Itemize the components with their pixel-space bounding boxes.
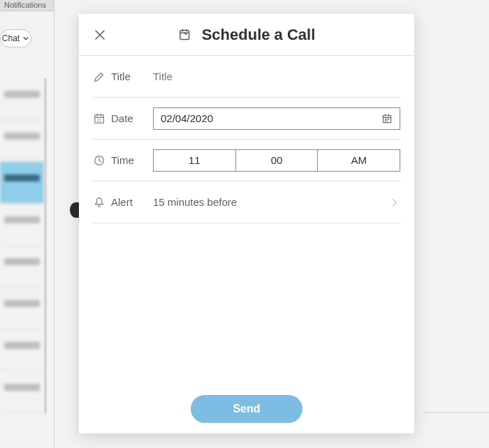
svg-rect-5 xyxy=(386,119,388,120)
chevron-right-icon xyxy=(389,197,400,208)
svg-text:31: 31 xyxy=(96,117,102,122)
bg-list-item[interactable] xyxy=(0,204,44,246)
alert-label: Alert xyxy=(111,196,153,208)
date-value: 02/04/2020 xyxy=(161,112,213,124)
title-input[interactable] xyxy=(153,70,400,82)
dialog-footer: Send xyxy=(79,384,414,433)
calendar-picker-icon[interactable] xyxy=(381,113,393,124)
dialog-title: Schedule a Call xyxy=(202,26,316,44)
bg-list-item-active[interactable] xyxy=(0,162,44,204)
svg-rect-8 xyxy=(386,120,388,121)
bg-list-item[interactable] xyxy=(0,288,44,329)
bg-scroll-rail xyxy=(44,78,47,413)
schedule-call-dialog: Schedule a Call Title 31 Date 02/04/2020… xyxy=(79,14,414,433)
time-label: Time xyxy=(111,154,153,166)
send-button[interactable]: Send xyxy=(191,395,302,423)
close-button[interactable] xyxy=(93,28,107,42)
time-row: Time 11 00 AM xyxy=(93,140,400,181)
bg-notifications-tab: Notifications xyxy=(0,0,54,11)
title-label: Title xyxy=(111,70,153,82)
bg-divider xyxy=(423,412,489,413)
bell-icon xyxy=(93,196,105,209)
bg-list-item[interactable] xyxy=(0,120,44,162)
svg-rect-7 xyxy=(385,120,386,121)
bg-chat-filter[interactable]: Chat xyxy=(0,29,31,47)
chevron-down-icon xyxy=(22,35,29,42)
bg-list-item[interactable] xyxy=(0,371,44,413)
date-input[interactable]: 02/04/2020 xyxy=(153,107,400,130)
date-label: Date xyxy=(111,112,153,124)
dialog-header: Schedule a Call xyxy=(79,14,414,56)
bg-conversation-list xyxy=(0,78,44,413)
close-icon xyxy=(93,28,107,42)
title-row: Title xyxy=(93,56,400,98)
bg-chat-filter-label: Chat xyxy=(2,33,20,43)
svg-rect-4 xyxy=(385,119,386,120)
svg-rect-0 xyxy=(180,30,189,39)
bg-list-item[interactable] xyxy=(0,246,44,288)
time-input-group: 11 00 AM xyxy=(153,149,400,172)
bg-list-item[interactable] xyxy=(0,329,44,371)
date-row: 31 Date 02/04/2020 xyxy=(93,98,400,140)
time-minute-input[interactable]: 00 xyxy=(236,149,319,172)
calendar-icon: 31 xyxy=(93,112,105,125)
time-hour-input[interactable]: 11 xyxy=(153,149,236,172)
dialog-body: Title 31 Date 02/04/2020 Time 11 00 xyxy=(79,56,414,384)
time-ampm-input[interactable]: AM xyxy=(318,149,400,172)
svg-rect-6 xyxy=(388,119,390,120)
alert-row[interactable]: Alert 15 minutes before xyxy=(93,181,400,223)
schedule-call-icon xyxy=(178,27,194,43)
bg-list-item[interactable] xyxy=(0,78,44,120)
clock-icon xyxy=(93,154,105,167)
alert-value: 15 minutes before xyxy=(153,196,237,208)
pencil-icon xyxy=(93,70,105,83)
